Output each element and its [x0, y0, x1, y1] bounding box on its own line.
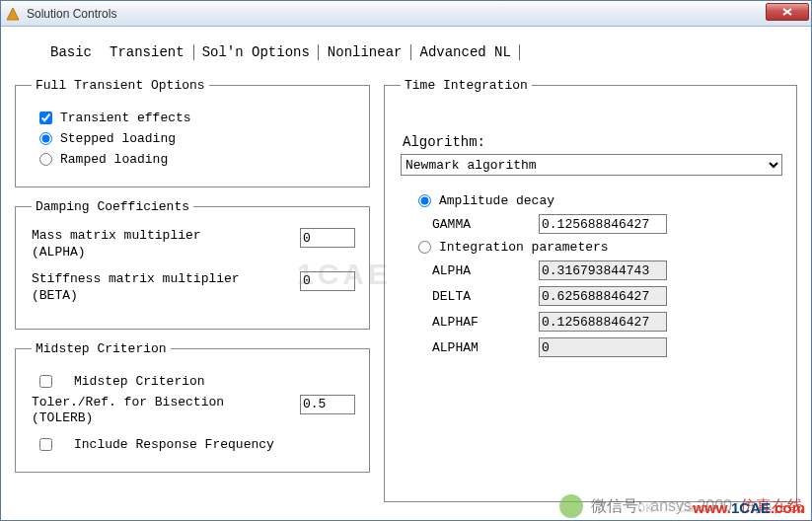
- tab-advanced-nl[interactable]: Advanced NL: [413, 42, 516, 64]
- tab-nonlinear[interactable]: Nonlinear: [322, 42, 408, 64]
- alpham-label: ALPHAM: [432, 340, 539, 355]
- midstep-criterion-checkbox[interactable]: [39, 375, 52, 388]
- include-response-checkbox[interactable]: [39, 438, 52, 451]
- tab-basic[interactable]: Basic: [44, 42, 98, 64]
- integration-params-label: Integration parameters: [439, 240, 609, 255]
- tab-soln-options[interactable]: Sol'n Options: [196, 42, 316, 64]
- alpham-input: [539, 337, 667, 357]
- beta-mult-input[interactable]: [300, 271, 355, 291]
- alpha-input: [539, 260, 667, 280]
- delta-input: [539, 286, 667, 306]
- ok-button[interactable]: OK: [637, 501, 653, 516]
- beta-mult-label: Stiffness matrix multiplier (BETA): [32, 271, 240, 305]
- app-icon: [5, 6, 21, 22]
- transient-effects-label: Transient effects: [60, 111, 191, 125]
- algorithm-select[interactable]: Newmark algorithm: [401, 154, 782, 176]
- time-integration-legend: Time Integration: [401, 78, 532, 93]
- alpha-mult-input[interactable]: [300, 228, 355, 248]
- ramped-loading-label: Ramped loading: [60, 152, 168, 167]
- full-transient-group: Full Transient Options Transient effects…: [15, 78, 370, 187]
- amplitude-decay-radio[interactable]: [418, 194, 431, 207]
- titlebar: Solution Controls: [1, 1, 811, 27]
- footer-buttons: OK Cancel Help: [637, 501, 781, 516]
- alphaf-label: ALPHAF: [432, 315, 539, 330]
- include-response-label: Include Response Frequency: [74, 437, 274, 452]
- help-button[interactable]: Help: [751, 501, 781, 516]
- midstep-criterion-label: Midstep Criterion: [74, 374, 205, 389]
- tab-transient[interactable]: Transient: [104, 42, 190, 64]
- cancel-button[interactable]: Cancel: [679, 501, 725, 516]
- damping-group: Damping Coefficients Mass matrix multipl…: [15, 199, 370, 330]
- time-integration-group: Time Integration Algorithm: Newmark algo…: [384, 78, 797, 502]
- integration-params-radio[interactable]: [418, 241, 431, 254]
- midstep-legend: Midstep Criterion: [32, 341, 171, 356]
- alpha-mult-label: Mass matrix multiplier (ALPHA): [32, 228, 201, 261]
- algorithm-label: Algorithm:: [403, 134, 782, 150]
- stepped-loading-radio[interactable]: [39, 132, 52, 145]
- window-title: Solution Controls: [27, 7, 116, 21]
- tab-bar: Basic Transient Sol'n Options Nonlinear …: [44, 42, 797, 64]
- alphaf-input: [539, 312, 667, 332]
- gamma-label: GAMMA: [432, 217, 539, 232]
- dialog-content: Basic Transient Sol'n Options Nonlinear …: [1, 27, 811, 521]
- tolerb-label: Toler./Ref. for Bisection (TOLERB): [32, 395, 224, 428]
- full-transient-legend: Full Transient Options: [32, 78, 209, 93]
- delta-label: DELTA: [432, 289, 539, 304]
- alpha-label: ALPHA: [432, 263, 539, 278]
- tolerb-input[interactable]: [300, 395, 355, 414]
- ramped-loading-radio[interactable]: [39, 153, 52, 166]
- transient-effects-checkbox[interactable]: [39, 112, 52, 124]
- dialog-window: Solution Controls Basic Transient Sol'n …: [0, 0, 812, 521]
- gamma-input[interactable]: [539, 214, 667, 234]
- damping-legend: Damping Coefficients: [32, 199, 193, 214]
- close-button[interactable]: [766, 3, 809, 21]
- amplitude-decay-label: Amplitude decay: [439, 193, 554, 208]
- stepped-loading-label: Stepped loading: [60, 131, 176, 146]
- midstep-group: Midstep Criterion Midstep Criterion Tole…: [15, 341, 370, 474]
